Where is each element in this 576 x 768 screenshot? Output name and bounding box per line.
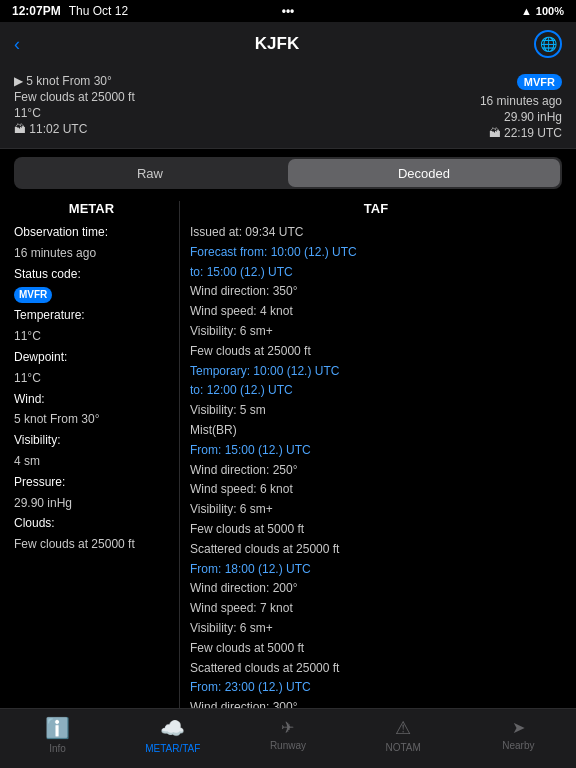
- metar-obs-time-value: 16 minutes ago: [14, 245, 169, 262]
- taf-row: Wind speed: 6 knot: [190, 481, 562, 498]
- taf-row: Visibility: 6 sm+: [190, 501, 562, 518]
- date-label: Thu Oct 12: [69, 4, 128, 18]
- metar-vis-value: 4 sm: [14, 453, 169, 470]
- nav-title: KJFK: [255, 34, 299, 54]
- weather-right: MVFR 16 minutes ago 29.90 inHg 🏔 22:19 U…: [480, 74, 562, 140]
- taf-row: Issued at: 09:34 UTC: [190, 224, 562, 241]
- metar-temp-label: Temperature:: [14, 307, 169, 324]
- taf-row: to: 15:00 (12.) UTC: [190, 264, 562, 281]
- weather-left: ▶ 5 knot From 30° Few clouds at 25000 ft…: [14, 74, 135, 140]
- status-bar-right: ▲ 100%: [521, 5, 564, 17]
- taf-row: to: 12:00 (12.) UTC: [190, 382, 562, 399]
- taf-row: Wind direction: 250°: [190, 462, 562, 479]
- taf-row: From: 23:00 (12.) UTC: [190, 679, 562, 696]
- metar-clouds-value: Few clouds at 25000 ft: [14, 536, 169, 553]
- metar-pressure-label: Pressure:: [14, 474, 169, 491]
- tab-notam-label: NOTAM: [385, 742, 420, 753]
- taf-row: Few clouds at 5000 ft: [190, 521, 562, 538]
- taf-row: Scattered clouds at 25000 ft: [190, 660, 562, 677]
- tab-bar: ℹ️ Info ☁️ METAR/TAF ✈ Runway ⚠ NOTAM ➤ …: [0, 708, 576, 768]
- metar-status-label: Status code:: [14, 266, 169, 283]
- cloud-info: Few clouds at 25000 ft: [14, 90, 135, 104]
- metar-dew-value: 11°C: [14, 370, 169, 387]
- taf-row: Wind speed: 7 knot: [190, 600, 562, 617]
- taf-row: Scattered clouds at 25000 ft: [190, 541, 562, 558]
- tab-nearby[interactable]: ➤ Nearby: [488, 718, 548, 751]
- taf-row: Temporary: 10:00 (12.) UTC: [190, 363, 562, 380]
- taf-row: Visibility: 6 sm+: [190, 620, 562, 637]
- mvfr-badge-metar: MVFR: [14, 287, 52, 303]
- cloud-icon: ☁️: [160, 716, 185, 740]
- back-button[interactable]: ‹: [14, 34, 20, 55]
- utc-left: 🏔 11:02 UTC: [14, 122, 135, 136]
- metar-dew-label: Dewpoint:: [14, 349, 169, 366]
- nav-bar: ‹ KJFK 🌐: [0, 22, 576, 66]
- notam-icon: ⚠: [395, 717, 411, 739]
- metar-wind-label: Wind:: [14, 391, 169, 408]
- taf-column: TAF Issued at: 09:34 UTCForecast from: 1…: [190, 197, 562, 763]
- segment-control: Raw Decoded: [14, 157, 562, 189]
- taf-row: Wind direction: 350°: [190, 283, 562, 300]
- metar-pressure-value: 29.90 inHg: [14, 495, 169, 512]
- status-bar-center: •••: [282, 4, 295, 18]
- status-bar-left: 12:07PM Thu Oct 12: [12, 4, 128, 18]
- metar-vis-label: Visibility:: [14, 432, 169, 449]
- taf-row: From: 18:00 (12.) UTC: [190, 561, 562, 578]
- pressure-right: 29.90 inHg: [504, 110, 562, 124]
- taf-row: Wind speed: 4 knot: [190, 303, 562, 320]
- wifi-icon: ▲: [521, 5, 532, 17]
- metar-obs-time-label: Observation time:: [14, 224, 169, 241]
- minutes-ago-right: 16 minutes ago: [480, 94, 562, 108]
- taf-row: Mist(BR): [190, 422, 562, 439]
- taf-header: TAF: [190, 201, 562, 216]
- taf-row: Visibility: 5 sm: [190, 402, 562, 419]
- globe-icon: 🌐: [540, 36, 557, 52]
- content-area[interactable]: METAR Observation time: 16 minutes ago S…: [0, 197, 576, 763]
- column-divider: [179, 201, 180, 759]
- metar-header: METAR: [14, 201, 169, 216]
- tab-info-label: Info: [49, 743, 66, 754]
- taf-row: Visibility: 6 sm+: [190, 323, 562, 340]
- mvfr-badge-header: MVFR: [517, 74, 562, 90]
- metar-column: METAR Observation time: 16 minutes ago S…: [14, 197, 169, 763]
- temp-info: 11°C: [14, 106, 135, 120]
- status-bar: 12:07PM Thu Oct 12 ••• ▲ 100%: [0, 0, 576, 22]
- weather-header: ▶ 5 knot From 30° Few clouds at 25000 ft…: [0, 66, 576, 149]
- taf-row: Forecast from: 10:00 (12.) UTC: [190, 244, 562, 261]
- time-label: 12:07PM: [12, 4, 61, 18]
- taf-rows: Issued at: 09:34 UTCForecast from: 10:00…: [190, 224, 562, 763]
- segment-raw[interactable]: Raw: [14, 157, 286, 189]
- utc-right: 🏔 22:19 UTC: [489, 126, 562, 140]
- taf-row: Wind direction: 200°: [190, 580, 562, 597]
- metar-wind-value: 5 knot From 30°: [14, 411, 169, 428]
- runway-icon: ✈: [281, 718, 294, 737]
- taf-row: From: 15:00 (12.) UTC: [190, 442, 562, 459]
- wind-info: ▶ 5 knot From 30°: [14, 74, 135, 88]
- taf-row: Few clouds at 5000 ft: [190, 640, 562, 657]
- segment-decoded[interactable]: Decoded: [288, 159, 560, 187]
- tab-runway[interactable]: ✈ Runway: [258, 718, 318, 751]
- dots-label: •••: [282, 4, 295, 18]
- tab-nearby-label: Nearby: [502, 740, 534, 751]
- tab-runway-label: Runway: [270, 740, 306, 751]
- metar-status-value: MVFR: [14, 286, 169, 303]
- info-icon: ℹ️: [45, 716, 70, 740]
- battery-label: 100%: [536, 5, 564, 17]
- tab-metar-taf[interactable]: ☁️ METAR/TAF: [143, 716, 203, 754]
- nearby-icon: ➤: [512, 718, 525, 737]
- tab-metar-label: METAR/TAF: [145, 743, 200, 754]
- metar-temp-value: 11°C: [14, 328, 169, 345]
- tab-notam[interactable]: ⚠ NOTAM: [373, 717, 433, 753]
- metar-clouds-label: Clouds:: [14, 515, 169, 532]
- taf-row: Few clouds at 25000 ft: [190, 343, 562, 360]
- tab-info[interactable]: ℹ️ Info: [28, 716, 88, 754]
- globe-button[interactable]: 🌐: [534, 30, 562, 58]
